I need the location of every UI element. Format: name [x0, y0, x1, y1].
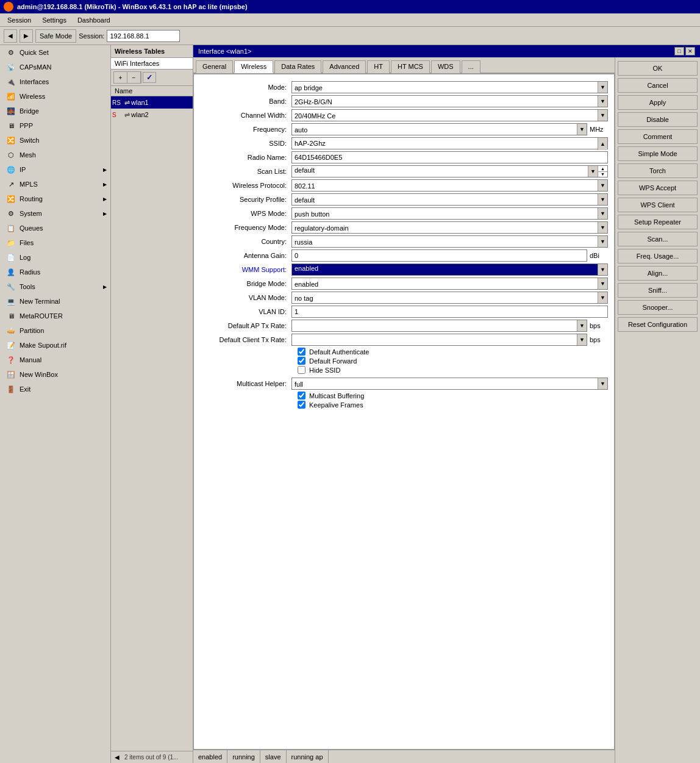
security-profile-dropdown[interactable]: default ▼ — [291, 193, 608, 206]
keepalive-frames-checkbox[interactable] — [298, 401, 305, 409]
wireless-protocol-arrow[interactable]: ▼ — [598, 180, 607, 191]
sidebar-item-new-winbox[interactable]: 🪟 New WinBox — [0, 367, 110, 382]
frequency-dropdown[interactable]: auto ▼ — [291, 123, 587, 135]
tab-data-rates[interactable]: Data Rates — [274, 60, 321, 73]
menu-settings[interactable]: Settings — [37, 15, 71, 25]
torch-button[interactable]: Torch — [618, 163, 698, 178]
simple-mode-button[interactable]: Simple Mode — [618, 146, 698, 161]
disable-button[interactable]: Disable — [618, 112, 698, 127]
default-client-tx-rate-arrow[interactable]: ▼ — [577, 334, 587, 345]
tab-wireless[interactable]: Wireless — [234, 60, 273, 73]
align-button[interactable]: Align... — [618, 266, 698, 281]
default-authenticate-checkbox[interactable] — [298, 348, 305, 356]
country-arrow[interactable]: ▼ — [598, 236, 607, 247]
wps-mode-arrow[interactable]: ▼ — [598, 208, 607, 219]
wps-client-button[interactable]: WPS Client — [618, 198, 698, 212]
sidebar-item-quick-set[interactable]: ⚙ Quick Set — [0, 45, 110, 60]
ok-button[interactable]: OK — [618, 61, 698, 76]
multicast-helper-dropdown[interactable]: full ▼ — [291, 378, 608, 390]
check-button[interactable]: ✓ — [143, 72, 156, 83]
wps-mode-dropdown[interactable]: push button ▼ — [291, 207, 608, 220]
sidebar-item-queues[interactable]: 📋 Queues — [0, 221, 110, 235]
bridge-mode-arrow[interactable]: ▼ — [598, 278, 607, 289]
radio-name-input[interactable] — [291, 151, 608, 163]
tab-more[interactable]: ... — [462, 60, 480, 73]
channel-width-arrow[interactable]: ▼ — [598, 110, 607, 121]
sidebar-item-make-supout[interactable]: 📝 Make Supout.rif — [0, 338, 110, 353]
safe-mode-button[interactable]: Safe Mode — [35, 29, 76, 43]
wps-accept-button[interactable]: WPS Accept — [618, 181, 698, 195]
close-button[interactable]: ✕ — [685, 47, 695, 56]
sidebar-item-metarouter[interactable]: 🖥 MetaROUTER — [0, 309, 110, 323]
scan-list-up-arrow[interactable]: ▲ — [598, 166, 607, 172]
scroll-left-button[interactable]: ◀ — [112, 753, 122, 762]
add-button[interactable]: + — [114, 72, 127, 83]
sidebar-item-mpls[interactable]: ↗ MPLS — [0, 177, 110, 192]
sidebar-item-wireless[interactable]: 📶 Wireless — [0, 89, 110, 104]
multicast-buffering-checkbox[interactable] — [298, 392, 305, 399]
menu-session[interactable]: Session — [2, 15, 36, 25]
vlan-mode-arrow[interactable]: ▼ — [598, 292, 607, 303]
mode-arrow[interactable]: ▼ — [598, 82, 607, 93]
vlan-id-input[interactable] — [291, 306, 608, 318]
band-arrow[interactable]: ▼ — [598, 96, 607, 107]
frequency-mode-arrow[interactable]: ▼ — [598, 222, 607, 233]
vlan-mode-dropdown[interactable]: no tag ▼ — [291, 292, 608, 304]
ssid-arrow-button[interactable]: ▲ — [598, 138, 607, 150]
sidebar-item-switch[interactable]: 🔀 Switch — [0, 133, 110, 148]
cancel-button[interactable]: Cancel — [618, 78, 698, 93]
snooper-button[interactable]: Snooper... — [618, 300, 698, 315]
bridge-mode-dropdown[interactable]: enabled ▼ — [291, 278, 608, 290]
sniff-button[interactable]: Sniff... — [618, 283, 698, 298]
wlan2-row[interactable]: S ⇌ wlan2 — [111, 109, 193, 121]
sidebar-item-ip[interactable]: 🌐 IP — [0, 162, 110, 177]
sidebar-item-routing[interactable]: 🔀 Routing — [0, 192, 110, 206]
security-profile-arrow[interactable]: ▼ — [598, 194, 607, 205]
sidebar-item-manual[interactable]: ❓ Manual — [0, 353, 110, 367]
tab-wds[interactable]: WDS — [431, 60, 460, 73]
remove-button[interactable]: − — [127, 72, 141, 83]
frequency-mode-dropdown[interactable]: regulatory-domain ▼ — [291, 221, 608, 234]
sidebar-item-tools[interactable]: 🔧 Tools — [0, 279, 110, 294]
tab-ht-mcs[interactable]: HT MCS — [391, 60, 430, 73]
mode-dropdown[interactable]: ap bridge ▼ — [291, 81, 608, 93]
sidebar-item-ppp[interactable]: 🖥 PPP — [0, 118, 110, 133]
freq-usage-button[interactable]: Freq. Usage... — [618, 249, 698, 263]
hide-ssid-checkbox[interactable] — [298, 366, 305, 374]
sidebar-item-mesh[interactable]: ⬡ Mesh — [0, 148, 110, 162]
sidebar-item-log[interactable]: 📄 Log — [0, 250, 110, 265]
frequency-arrow[interactable]: ▼ — [577, 124, 587, 135]
sidebar-item-system[interactable]: ⚙ System — [0, 206, 110, 221]
forward-button[interactable]: ▶ — [20, 29, 33, 43]
sidebar-item-interfaces[interactable]: 🔌 Interfaces — [0, 74, 110, 89]
multicast-helper-arrow[interactable]: ▼ — [598, 378, 607, 389]
sidebar-item-partition[interactable]: 🥧 Partition — [0, 323, 110, 338]
apply-button[interactable]: Apply — [618, 95, 698, 110]
wmm-support-arrow[interactable]: ▼ — [598, 264, 607, 275]
sidebar-item-bridge[interactable]: 🌉 Bridge — [0, 104, 110, 118]
default-ap-tx-rate-arrow[interactable]: ▼ — [577, 320, 587, 331]
ssid-input[interactable] — [292, 138, 598, 149]
antenna-gain-input[interactable] — [291, 249, 587, 262]
sidebar-item-files[interactable]: 📁 Files — [0, 235, 110, 250]
session-input[interactable] — [107, 30, 180, 42]
sidebar-item-radius[interactable]: 👤 Radius — [0, 265, 110, 279]
channel-width-dropdown[interactable]: 20/40MHz Ce ▼ — [291, 109, 608, 121]
wifi-interfaces-tab[interactable]: WiFi Interfaces — [111, 58, 193, 70]
default-forward-checkbox[interactable] — [298, 357, 305, 365]
minimize-button[interactable]: □ — [674, 47, 684, 56]
tab-ht[interactable]: HT — [367, 60, 390, 73]
setup-repeater-button[interactable]: Setup Repeater — [618, 215, 698, 229]
scan-button[interactable]: Scan... — [618, 232, 698, 246]
country-dropdown[interactable]: russia ▼ — [291, 235, 608, 248]
tab-advanced[interactable]: Advanced — [323, 60, 366, 73]
wireless-protocol-dropdown[interactable]: 802.11 ▼ — [291, 179, 608, 192]
comment-button[interactable]: Comment — [618, 129, 698, 144]
back-button[interactable]: ◀ — [4, 29, 17, 43]
band-dropdown[interactable]: 2GHz-B/G/N ▼ — [291, 95, 608, 107]
sidebar-item-exit[interactable]: 🚪 Exit — [0, 382, 110, 396]
sidebar-item-new-terminal[interactable]: 💻 New Terminal — [0, 294, 110, 309]
sidebar-item-capsman[interactable]: 📡 CAPsMAN — [0, 60, 110, 74]
scan-list-down-arrow[interactable]: ▼ — [598, 172, 607, 177]
scan-list-arrow1[interactable]: ▼ — [588, 166, 598, 177]
